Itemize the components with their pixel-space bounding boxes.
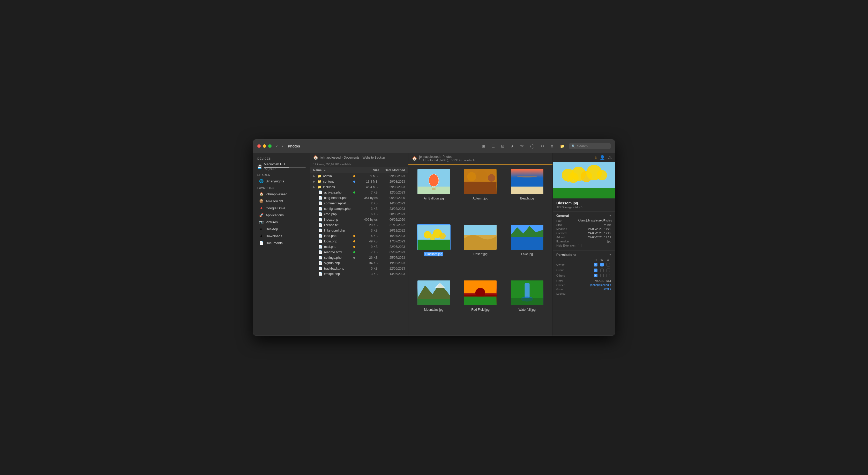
- sidebar-item-johnappleseed[interactable]: 🏠 johnappleseed: [255, 191, 308, 198]
- file-icon: 📄: [318, 266, 322, 270]
- search-input[interactable]: [577, 144, 608, 148]
- others-x-checkbox[interactable]: [607, 274, 610, 277]
- photo-cell-beach[interactable]: Beach.jpg: [506, 169, 548, 220]
- col-date-header[interactable]: Date Modified: [379, 169, 405, 172]
- table-row[interactable]: 📄 links-opml.php 3 KB 26/11/2022: [310, 228, 408, 233]
- photo-cell-red-field[interactable]: Red Field.jpg: [459, 280, 501, 331]
- sidebar-item-documents[interactable]: 📄 Documents: [255, 240, 308, 246]
- table-row[interactable]: 📄 settings.php 26 KB 25/07/2023: [310, 255, 408, 260]
- table-row[interactable]: 📄 config-sample.php 3 KB 23/02/2023: [310, 206, 408, 211]
- perm-owner-x[interactable]: [605, 262, 611, 267]
- group-x-checkbox[interactable]: [607, 269, 610, 272]
- upload-button[interactable]: ⬆: [548, 143, 556, 150]
- table-row[interactable]: 📄 readme.html 7 KB 05/07/2023: [310, 249, 408, 255]
- breadcrumb-website-backup[interactable]: Website Backup: [363, 156, 385, 159]
- preview-button[interactable]: 👁: [518, 143, 526, 150]
- group-w-checkbox[interactable]: [600, 269, 604, 272]
- table-row[interactable]: 📄 login.php 49 KB 17/07/2023: [310, 239, 408, 244]
- photo-cell-air-balloon[interactable]: Air Balloon.jpg: [412, 169, 455, 220]
- owner-w-checkbox[interactable]: [600, 263, 604, 266]
- table-row[interactable]: 📄 trackback.php 5 KB 22/06/2023: [310, 266, 408, 271]
- breadcrumb-johnappleseed[interactable]: johnappleseed: [419, 155, 439, 158]
- table-row[interactable]: 📄 comments-post.php 2 KB 14/06/2023: [310, 201, 408, 206]
- others-r-checkbox[interactable]: [594, 274, 597, 277]
- group-r-checkbox[interactable]: [594, 269, 597, 272]
- photo-cell-blossom[interactable]: Blossom.jpg: [412, 224, 455, 276]
- column-view-button[interactable]: ⊡: [499, 143, 506, 150]
- created-val: 24/08/2023, 17:22: [578, 232, 611, 235]
- icon-view-button[interactable]: ⊞: [480, 143, 487, 150]
- file-icon: 📄: [318, 250, 322, 254]
- sidebar-item-pictures[interactable]: 📷 Pictures: [255, 218, 308, 225]
- status-dot: [353, 175, 355, 177]
- table-row[interactable]: 📄 mail.php 9 KB 22/06/2023: [310, 244, 408, 249]
- minimize-button[interactable]: [263, 144, 266, 148]
- table-row[interactable]: 📄 load.php 4 KB 16/07/2023: [310, 233, 408, 239]
- perm-others-w[interactable]: [599, 273, 605, 278]
- table-row[interactable]: 📄 signup.php 34 KB 19/06/2023: [310, 260, 408, 266]
- table-row[interactable]: 📄 cron.php 6 KB 30/05/2023: [310, 211, 408, 217]
- table-row[interactable]: ▶ 📁 content 13,3 MB 29/08/2023: [310, 179, 408, 184]
- photo-cell-waterfall[interactable]: Waterfall.jpg: [506, 280, 548, 331]
- file-date: 22/06/2023: [379, 267, 405, 270]
- file-size: 3 KB: [357, 207, 378, 211]
- file-size: 49 KB: [357, 240, 378, 243]
- col-size-header[interactable]: Size: [359, 169, 379, 172]
- table-row[interactable]: ▶ 📁 admin 9 MB 29/08/2023: [310, 173, 408, 179]
- sync-button[interactable]: ↻: [539, 143, 546, 150]
- locked-checkbox[interactable]: [608, 292, 611, 295]
- table-row[interactable]: 📄 blog-header.php 351 bytes 06/02/2020: [310, 195, 408, 201]
- breadcrumb-photos[interactable]: Photos: [442, 155, 452, 158]
- hide-extension-checkbox[interactable]: [578, 244, 582, 247]
- photo-cell-mountains[interactable]: Mountains.jpg: [412, 280, 455, 331]
- share-button[interactable]: ◯: [528, 143, 537, 150]
- sidebar-item-downloads[interactable]: ⬇ Downloads: [255, 233, 308, 239]
- others-w-checkbox[interactable]: [600, 274, 604, 277]
- general-section-header[interactable]: General ∨: [556, 214, 611, 217]
- file-size: 26 KB: [357, 256, 378, 260]
- breadcrumb-johnappleseed[interactable]: johnappleseed: [320, 156, 341, 159]
- added-label: Added: [556, 236, 577, 239]
- sidebar-item-google-drive[interactable]: 🔺 Google Drive: [255, 205, 308, 211]
- sidebar-item-applications[interactable]: 🚀 Applications: [255, 212, 308, 218]
- user-tab-button[interactable]: 👤: [600, 155, 605, 160]
- table-row[interactable]: ▶ 📁 includes 45,4 MB 29/08/2023: [310, 184, 408, 190]
- table-row[interactable]: 📄 license.txt 20 KB 31/12/2022: [310, 222, 408, 228]
- info-tab-button[interactable]: ℹ: [595, 155, 597, 160]
- photo-cell-desert[interactable]: Desert.jpg: [459, 224, 501, 276]
- owner-r-checkbox[interactable]: [594, 263, 597, 266]
- perm-owner-w[interactable]: [599, 262, 605, 267]
- close-button[interactable]: [257, 144, 261, 148]
- star-button[interactable]: ★: [508, 143, 516, 150]
- owner-value[interactable]: johnappleseed ▾: [590, 283, 611, 287]
- warning-tab-button[interactable]: ⚠: [608, 155, 612, 160]
- table-row[interactable]: 📄 index.php 405 bytes 06/02/2020: [310, 217, 408, 222]
- sidebar-item-binarynights[interactable]: 🌐 Binarynights: [255, 178, 308, 184]
- col-name-header[interactable]: Name ▲: [313, 169, 359, 172]
- list-view-button[interactable]: ☰: [489, 143, 497, 150]
- sidebar-item-amazon-s3[interactable]: 📦 Amazon S3: [255, 198, 308, 204]
- group-value[interactable]: staff ▾: [603, 288, 611, 291]
- search-bar[interactable]: 🔍: [569, 143, 611, 149]
- folder-button[interactable]: 📁: [558, 143, 567, 150]
- breadcrumb-documents[interactable]: Documents: [344, 156, 360, 159]
- perm-others-r[interactable]: [593, 273, 599, 278]
- table-row[interactable]: 📄 activate.php 7 KB 12/05/2023: [310, 190, 408, 195]
- photo-cell-lake[interactable]: Lake.jpg: [506, 224, 548, 276]
- permissions-section-header[interactable]: Permissions ∨: [556, 253, 611, 257]
- photo-thumbnail: [511, 169, 544, 194]
- perm-owner-r[interactable]: [593, 262, 599, 267]
- perm-group-x[interactable]: [605, 268, 611, 272]
- photo-cell-autumn[interactable]: Autumn.jpg: [459, 169, 501, 220]
- maximize-button[interactable]: [268, 144, 272, 148]
- perm-group-w[interactable]: [599, 268, 605, 272]
- perm-group-r[interactable]: [593, 268, 599, 272]
- forward-button[interactable]: ›: [280, 143, 284, 150]
- perm-others-x[interactable]: [605, 273, 611, 278]
- owner-x-checkbox[interactable]: [607, 263, 610, 266]
- table-row[interactable]: 📄 xmlrpc.php 3 KB 14/06/2023: [310, 271, 408, 276]
- sidebar-item-macintosh-hd[interactable]: 💾 Macintosh HD 353,99 GB: [253, 161, 310, 172]
- extension-row: Extension jpg: [556, 240, 611, 243]
- sidebar-item-desktop[interactable]: 🖥 Desktop: [255, 226, 308, 232]
- back-button[interactable]: ‹: [275, 143, 279, 150]
